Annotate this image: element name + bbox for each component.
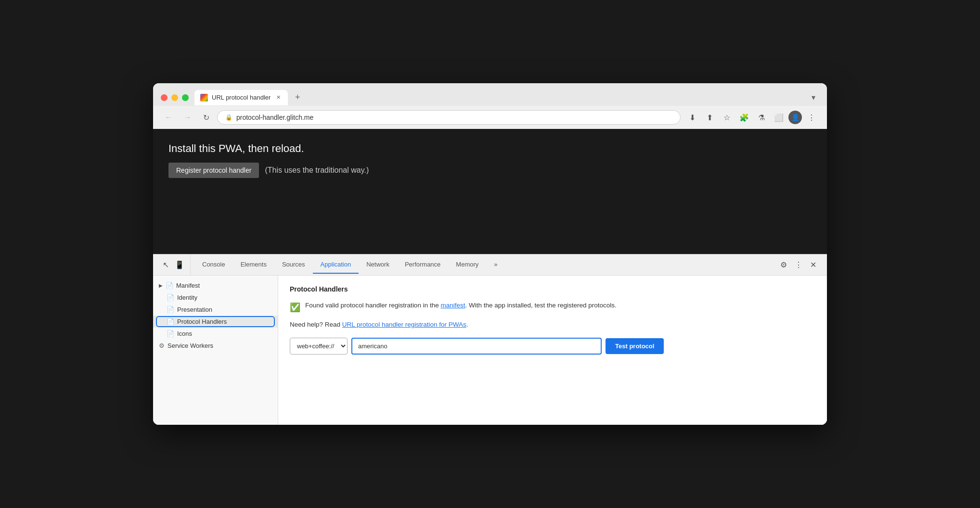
devtools-close-button[interactable]: ✕ (807, 258, 819, 271)
tab-close-button[interactable]: ✕ (274, 94, 282, 102)
sidebar-label-icons: Icons (177, 330, 192, 337)
profile-button[interactable]: 👤 (788, 111, 802, 124)
register-btn-area: Register protocol handler (This uses the… (168, 163, 812, 178)
test-protocol-button[interactable]: Test protocol (606, 338, 664, 354)
forward-button[interactable]: → (180, 111, 195, 124)
protocol-form: web+coffee:// Test protocol (290, 338, 815, 355)
panel-help: Need help? Read URL protocol handler reg… (290, 321, 815, 328)
devtools-more-button[interactable]: ⋮ (792, 258, 805, 271)
devtools-tool-icons: ↖ 📱 (157, 254, 191, 275)
split-screen-button[interactable]: ⬜ (771, 110, 787, 125)
devtools-action-buttons: ⚙ ⋮ ✕ (774, 258, 823, 271)
sidebar-label-presentation: Presentation (177, 306, 212, 313)
star-icon: ☆ (723, 113, 730, 122)
forward-icon: → (184, 113, 192, 122)
inspect-element-button[interactable]: ↖ (161, 258, 171, 271)
sidebar-item-presentation[interactable]: 📄 Presentation (153, 304, 278, 316)
new-tab-button[interactable]: + (290, 90, 305, 105)
sidebar-item-service-workers[interactable]: ⚙ Service Workers (153, 340, 278, 352)
download-page-button[interactable]: ⬇ (684, 110, 700, 125)
download-icon: ⬇ (689, 113, 696, 122)
split-icon: ⬜ (774, 113, 784, 122)
close-window-button[interactable] (161, 94, 168, 101)
address-text: protocol-handler.glitch.me (236, 114, 313, 121)
devtools-settings-button[interactable]: ⚙ (777, 258, 790, 271)
protocol-input[interactable] (351, 338, 602, 355)
manifest-icon: 📄 (166, 282, 173, 289)
panel-title: Protocol Handlers (290, 285, 815, 293)
lab-icon: ⚗ (758, 113, 765, 122)
back-icon: ← (165, 113, 172, 122)
address-bar[interactable]: 🔒 protocol-handler.glitch.me (217, 110, 681, 125)
menu-icon: ⋮ (808, 113, 815, 122)
gear-icon: ⚙ (159, 342, 165, 349)
register-note: (This uses the traditional way.) (265, 166, 369, 175)
presentation-icon: 📄 (167, 306, 174, 313)
puzzle-icon: 🧩 (739, 113, 749, 122)
device-toolbar-button[interactable]: 📱 (173, 258, 186, 271)
devtools-tab-bar: ↖ 📱 Console Elements Sources Application… (153, 254, 827, 276)
nav-bar: ← → ↻ 🔒 protocol-handler.glitch.me ⬇ ⬆ ☆… (153, 106, 827, 129)
pwa-message: Install this PWA, then reload. (168, 142, 812, 155)
sidebar-item-icons[interactable]: 📄 Icons (153, 328, 278, 340)
lock-icon: 🔒 (225, 114, 232, 121)
tab-console[interactable]: Console (194, 256, 233, 274)
tab-memory[interactable]: Memory (448, 256, 486, 274)
icons-icon: 📄 (167, 330, 174, 337)
tab-network[interactable]: Network (359, 256, 397, 274)
manifest-link[interactable]: manifest (440, 302, 465, 309)
devtools-panel: ↖ 📱 Console Elements Sources Application… (153, 254, 827, 425)
sidebar-item-protocol-handlers[interactable]: 📄 Protocol Handlers (153, 316, 278, 328)
refresh-button[interactable]: ↻ (199, 111, 213, 124)
back-button[interactable]: ← (161, 111, 176, 124)
sidebar-label-identity: Identity (177, 294, 197, 301)
minimize-window-button[interactable] (171, 94, 178, 101)
status-check-icon: ✅ (290, 301, 300, 314)
help-link[interactable]: URL protocol handler registration for PW… (342, 321, 466, 328)
sidebar-item-identity[interactable]: 📄 Identity (153, 292, 278, 304)
devtools-content: ▶ 📄 Manifest 📄 Identity 📄 Presentation 📄… (153, 276, 827, 425)
tab-elements[interactable]: Elements (233, 256, 274, 274)
devtools-sidebar: ▶ 📄 Manifest 📄 Identity 📄 Presentation 📄… (153, 276, 278, 425)
register-protocol-handler-button[interactable]: Register protocol handler (168, 163, 259, 178)
device-icon: 📱 (175, 260, 184, 269)
maximize-window-button[interactable] (182, 94, 189, 101)
page-content: Install this PWA, then reload. Register … (153, 129, 827, 254)
sidebar-label-service-workers: Service Workers (168, 342, 213, 349)
browser-window: URL protocol handler ✕ + ▾ ← → ↻ 🔒 proto… (153, 83, 827, 425)
protocol-select[interactable]: web+coffee:// (290, 338, 348, 355)
triangle-icon: ▶ (159, 283, 163, 288)
identity-icon: 📄 (167, 294, 174, 301)
avatar-icon: 👤 (791, 114, 799, 121)
share-button[interactable]: ⬆ (702, 110, 717, 125)
tab-title: URL protocol handler (212, 94, 271, 101)
bookmark-button[interactable]: ☆ (719, 110, 735, 125)
tab-performance[interactable]: Performance (397, 256, 448, 274)
traffic-lights (161, 94, 189, 101)
protocol-handlers-icon: 📄 (167, 318, 174, 325)
tab-sources[interactable]: Sources (274, 256, 313, 274)
panel-status: ✅ Found valid protocol handler registrat… (290, 301, 815, 314)
chrome-menu-button[interactable]: ⋮ (804, 110, 819, 125)
tab-application[interactable]: Application (313, 256, 359, 274)
share-icon: ⬆ (707, 113, 713, 122)
refresh-icon: ↻ (203, 113, 209, 122)
extensions-button[interactable]: 🧩 (736, 110, 752, 125)
labs-button[interactable]: ⚗ (754, 110, 769, 125)
tabs-area: URL protocol handler ✕ + (194, 90, 802, 105)
sidebar-label-protocol-handlers: Protocol Handlers (177, 318, 227, 325)
sidebar-item-manifest[interactable]: ▶ 📄 Manifest (153, 279, 278, 292)
devtools-main-panel: Protocol Handlers ✅ Found valid protocol… (278, 276, 827, 425)
title-bar: URL protocol handler ✕ + ▾ (153, 83, 827, 106)
sidebar-label-manifest: Manifest (176, 282, 200, 289)
tab-favicon-icon (200, 94, 208, 102)
tabs-dropdown-button[interactable]: ▾ (808, 89, 819, 106)
active-tab[interactable]: URL protocol handler ✕ (194, 90, 288, 105)
cursor-icon: ↖ (163, 260, 169, 269)
tab-more[interactable]: » (486, 256, 505, 274)
panel-status-text: Found valid protocol handler registratio… (305, 301, 617, 310)
nav-actions: ⬇ ⬆ ☆ 🧩 ⚗ ⬜ 👤 ⋮ (684, 110, 819, 125)
